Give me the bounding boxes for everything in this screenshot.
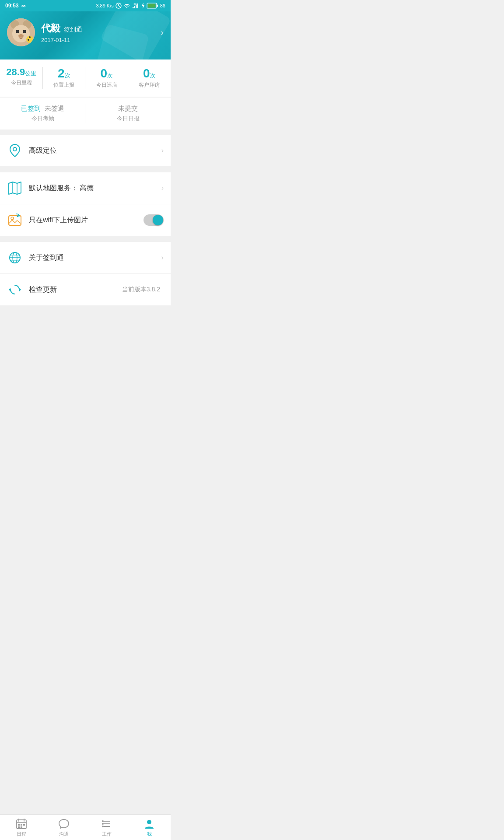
- menu-wifi-upload-label: 只在wifi下上传图片: [29, 216, 144, 225]
- infinity-icon: ∞: [21, 2, 26, 9]
- menu-map-arrow: ›: [161, 184, 164, 192]
- svg-marker-36: [19, 288, 21, 291]
- status-left: 09:53 ∞: [5, 2, 26, 9]
- report-label: 今日日报: [89, 115, 167, 122]
- stat-client-label: 客户拜访: [132, 81, 168, 89]
- stat-mileage-number: 28.9公里: [4, 67, 39, 77]
- menu-about-arrow: ›: [161, 254, 164, 262]
- battery-percent: 86: [160, 3, 165, 8]
- svg-point-29: [11, 217, 14, 220]
- menu-location-arrow: ›: [161, 147, 164, 154]
- svg-point-17: [16, 30, 19, 33]
- menu-about-label: 关于签到通: [29, 253, 161, 262]
- location-icon: [7, 143, 23, 158]
- globe-icon: [7, 250, 23, 266]
- signal-icon: 4G: [132, 3, 139, 9]
- menu-item-wifi-upload[interactable]: 只在wifi下上传图片: [0, 204, 171, 236]
- network-speed: 3.89 K/s: [96, 3, 113, 8]
- battery-charging-icon: [141, 3, 145, 9]
- status-right: 3.89 K/s 4G: [96, 3, 165, 9]
- map-icon: [7, 180, 23, 196]
- avatar: [7, 18, 35, 46]
- menu-section-location: 高级定位 ›: [0, 135, 171, 166]
- svg-point-18: [23, 30, 26, 33]
- menu-item-location[interactable]: 高级定位 ›: [0, 135, 171, 166]
- svg-marker-37: [9, 288, 10, 291]
- status-time: 09:53: [5, 3, 19, 9]
- toggle-thumb: [153, 215, 163, 225]
- menu-section-about: 关于签到通 › 检查更新 当前版本3.8.2: [0, 242, 171, 305]
- status-bar: 09:53 ∞ 3.89 K/s: [0, 0, 171, 11]
- signed-in-status: 已签到: [21, 105, 41, 112]
- section-divider-2: [0, 167, 171, 172]
- svg-marker-9: [142, 3, 144, 9]
- svg-point-23: [28, 39, 29, 41]
- stat-client-visits: 0次 客户拜访: [128, 60, 171, 97]
- svg-marker-25: [9, 182, 21, 194]
- section-divider-3: [0, 237, 171, 242]
- svg-rect-11: [157, 5, 158, 7]
- svg-point-19: [18, 34, 24, 38]
- attendance-checkin: 已签到 未签退 今日考勤: [0, 98, 85, 130]
- svg-point-24: [13, 147, 17, 151]
- stat-store-label: 今日巡店: [89, 81, 125, 89]
- not-signed-out-status: 未签退: [45, 105, 64, 112]
- menu-map-label: 默认地图服务： 高德: [29, 184, 161, 193]
- report-status: 未提交: [89, 105, 167, 113]
- update-icon: [7, 282, 23, 298]
- stat-mileage-label: 今日里程: [4, 79, 39, 87]
- svg-rect-28: [9, 216, 21, 225]
- svg-point-30: [17, 216, 18, 217]
- user-info: 代毅 签到通 2017-01-11: [41, 22, 154, 43]
- clock-icon: [116, 3, 122, 9]
- svg-rect-7: [137, 4, 138, 8]
- stat-reports: 2次 位置上报: [43, 60, 86, 97]
- menu-location-label: 高级定位: [29, 146, 161, 155]
- user-date: 2017-01-11: [41, 37, 154, 43]
- menu-item-update[interactable]: 检查更新 当前版本3.8.2: [0, 274, 171, 305]
- wifi-icon: [123, 3, 130, 9]
- section-divider-1: [0, 130, 171, 135]
- menu-update-label: 检查更新: [29, 285, 122, 294]
- image-wifi-icon: [7, 212, 23, 228]
- attendance-today-label: 今日考勤: [4, 115, 82, 122]
- svg-rect-6: [136, 5, 137, 8]
- menu-section-map-wifi: 默认地图服务： 高德 › 只在wifi下上传图片: [0, 172, 171, 236]
- header-chevron-right[interactable]: ›: [161, 28, 164, 38]
- app-name-label: 签到通: [64, 26, 82, 34]
- profile-header[interactable]: 代毅 签到通 2017-01-11 ›: [0, 11, 171, 60]
- svg-rect-5: [134, 6, 135, 9]
- svg-line-2: [119, 6, 120, 7]
- user-name: 代毅: [41, 22, 60, 35]
- stat-reports-label: 位置上报: [46, 81, 82, 89]
- stats-section: 28.9公里 今日里程 2次 位置上报 0次 今日巡店 0次 客户拜访: [0, 60, 171, 97]
- menu-item-about[interactable]: 关于签到通 ›: [0, 242, 171, 274]
- svg-point-3: [126, 7, 127, 8]
- menu-update-version: 当前版本3.8.2: [122, 286, 160, 294]
- stat-mileage: 28.9公里 今日里程: [0, 60, 43, 97]
- svg-rect-4: [133, 7, 134, 8]
- stat-visits-store: 0次 今日巡店: [85, 60, 128, 97]
- svg-point-22: [29, 36, 31, 38]
- wifi-upload-toggle[interactable]: [144, 214, 164, 226]
- attendance-report: 未提交 今日日报: [85, 98, 171, 130]
- menu-item-map[interactable]: 默认地图服务： 高德 ›: [0, 172, 171, 204]
- svg-rect-12: [147, 4, 155, 8]
- svg-text:4G: 4G: [133, 3, 137, 5]
- attendance-section: 已签到 未签退 今日考勤 未提交 今日日报: [0, 98, 171, 130]
- battery-icon: [147, 3, 158, 9]
